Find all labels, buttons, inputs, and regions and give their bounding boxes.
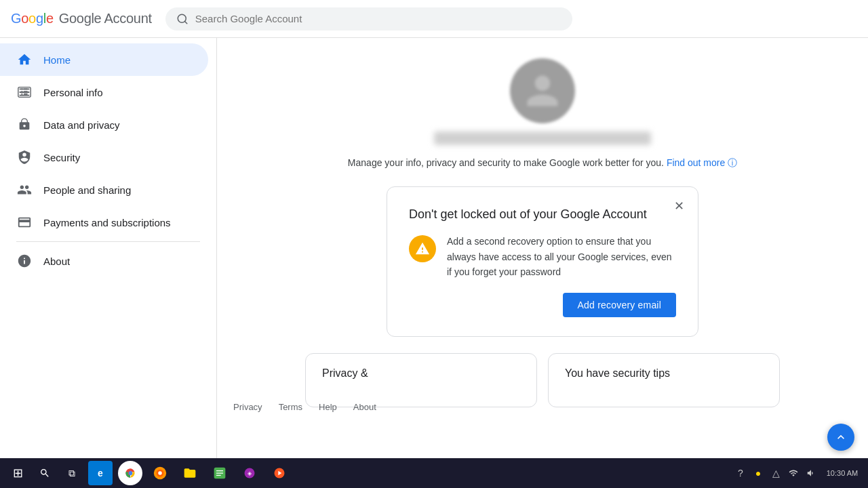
security-tips-card-title: You have security tips xyxy=(565,367,670,380)
taskbar-left: ⊞ ⧉ e ◈ xyxy=(5,461,293,485)
taskbar: ⊞ ⧉ e ◈ ? ● △ xyxy=(0,458,868,488)
svg-point-6 xyxy=(158,471,162,475)
security-icon xyxy=(16,149,33,165)
nav-divider xyxy=(16,241,200,242)
main-content: Manage your info, privacy and security t… xyxy=(217,38,868,458)
sidebar-item-personal-info[interactable]: Personal info xyxy=(0,76,208,108)
account-label: Google Account xyxy=(59,11,152,26)
card-description: Add a second recovery option to ensure t… xyxy=(447,234,676,279)
google-account-logo[interactable]: Google Google Account xyxy=(11,11,152,26)
svg-text:◈: ◈ xyxy=(248,470,252,476)
subtitle: Manage your info, privacy and security t… xyxy=(348,156,737,170)
sidebar-item-home[interactable]: Home xyxy=(0,43,208,76)
taskbar-app5-icon[interactable]: ◈ xyxy=(237,461,262,485)
footer-privacy-link[interactable]: Privacy xyxy=(233,402,262,412)
card-title: Don't get locked out of your Google Acco… xyxy=(409,206,676,223)
person-icon xyxy=(16,84,33,100)
privacy-card-title: Privacy & xyxy=(322,367,368,380)
footer-links: Privacy Terms Help About xyxy=(217,394,393,420)
sidebar: Home Personal info Data and privacy Secu… xyxy=(0,38,217,458)
avatar xyxy=(510,58,575,123)
add-recovery-email-button[interactable]: Add recovery email xyxy=(563,293,676,317)
sidebar-label-security: Security xyxy=(43,152,80,163)
home-icon xyxy=(16,52,33,68)
about-icon xyxy=(16,253,33,269)
sidebar-item-people-sharing[interactable]: People and sharing xyxy=(0,174,208,206)
find-out-more-link[interactable]: Find out more xyxy=(667,157,725,168)
sidebar-label-people-sharing: People and sharing xyxy=(43,184,131,196)
taskbar-up-arrow-icon[interactable]: △ xyxy=(769,466,783,480)
sidebar-label-home: Home xyxy=(43,54,71,66)
people-icon xyxy=(16,182,33,198)
taskbar-edge-icon[interactable]: e xyxy=(88,461,113,485)
taskbar-app6-icon[interactable] xyxy=(267,461,292,485)
taskbar-right: ? ● △ 10:30 AM xyxy=(734,466,863,480)
search-bar xyxy=(165,7,572,30)
avatar-person-icon xyxy=(524,72,561,110)
footer-about-link[interactable]: About xyxy=(353,402,376,412)
search-input[interactable] xyxy=(195,13,561,24)
card-actions: Add recovery email xyxy=(409,293,676,317)
sidebar-item-payments[interactable]: Payments and subscriptions xyxy=(0,206,208,239)
info-icon: ⓘ xyxy=(728,157,737,168)
taskbar-app4-icon[interactable] xyxy=(208,461,232,485)
sidebar-item-security[interactable]: Security xyxy=(0,141,208,174)
sidebar-item-about[interactable]: About xyxy=(0,245,208,277)
sidebar-label-about: About xyxy=(43,256,70,267)
taskbar-files-icon[interactable] xyxy=(178,461,202,485)
taskbar-network-icon[interactable] xyxy=(787,466,800,480)
close-card-button[interactable]: ✕ xyxy=(669,197,688,216)
footer-terms-link[interactable]: Terms xyxy=(279,402,302,412)
footer-help-link[interactable]: Help xyxy=(319,402,337,412)
start-button[interactable]: ⊞ xyxy=(5,461,30,485)
sidebar-label-personal-info: Personal info xyxy=(43,87,103,98)
scroll-up-button[interactable] xyxy=(827,424,854,451)
sidebar-label-payments: Payments and subscriptions xyxy=(43,217,171,228)
taskbar-coin-icon[interactable]: ● xyxy=(751,466,765,480)
warning-icon xyxy=(409,235,436,262)
search-icon xyxy=(176,13,189,25)
sidebar-item-data-privacy[interactable]: Data and privacy xyxy=(0,108,208,141)
sidebar-label-data-privacy: Data and privacy xyxy=(43,119,120,131)
taskbar-sound-icon[interactable] xyxy=(804,466,818,480)
main-container: Home Personal info Data and privacy Secu… xyxy=(0,38,868,458)
taskbar-chrome-icon[interactable] xyxy=(118,461,142,485)
svg-line-1 xyxy=(184,21,186,23)
lockout-card: ✕ Don't get locked out of your Google Ac… xyxy=(387,186,698,337)
privacy-icon xyxy=(16,117,33,133)
user-name-blurred xyxy=(434,131,651,145)
taskbar-time[interactable]: 10:30 AM xyxy=(822,466,863,480)
taskbar-help-icon[interactable]: ? xyxy=(734,466,747,480)
security-tips-card[interactable]: You have security tips xyxy=(548,353,780,407)
task-view-button[interactable]: ⧉ xyxy=(60,461,84,485)
taskbar-firefox-icon[interactable] xyxy=(148,461,172,485)
avatar-section xyxy=(434,58,651,145)
search-button[interactable] xyxy=(33,461,57,485)
card-body: Add a second recovery option to ensure t… xyxy=(409,234,676,279)
payments-icon xyxy=(16,214,33,230)
header: Google Google Account xyxy=(0,0,868,38)
